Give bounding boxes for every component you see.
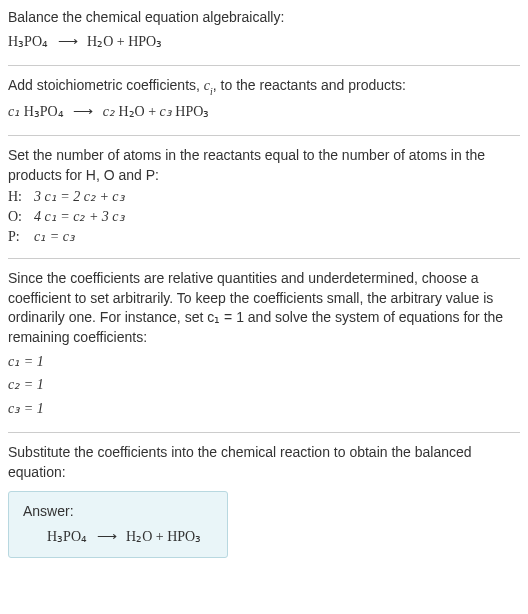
answer-arrow: ⟶ [91, 529, 123, 544]
c3: c₃ [160, 104, 172, 119]
answer-instruction: Substitute the coefficients into the che… [8, 443, 520, 482]
balanced-equation: H₃PO₄ ⟶ H₂O + HPO₃ [23, 527, 213, 547]
balance-p-label: P: [8, 227, 34, 247]
c1: c₁ [8, 104, 20, 119]
coeff-equation: c₁ H₃PO₄ ⟶ c₂ H₂O + c₃ HPO₃ [8, 102, 520, 122]
reaction-rhs: H₂O + HPO₃ [87, 34, 162, 49]
balance-o-eq: 4 c₁ = c₂ + 3 c₃ [34, 207, 131, 227]
coeff-instruction: Add stoichiometric coefficients, ci, to … [8, 76, 520, 98]
reaction-arrow: ⟶ [52, 34, 84, 49]
section-solve: Since the coefficients are relative quan… [8, 259, 520, 433]
solve-c3: c₃ = 1 [8, 399, 520, 419]
balance-row-h: H: 3 c₁ = 2 c₂ + c₃ [8, 187, 131, 207]
answer-label: Answer: [23, 502, 213, 522]
solve-c2: c₂ = 1 [8, 375, 520, 395]
section-add-coefficients: Add stoichiometric coefficients, ci, to … [8, 66, 520, 136]
c2: c₂ [103, 104, 115, 119]
atom-balance-instruction: Set the number of atoms in the reactants… [8, 146, 520, 185]
answer-box: Answer: H₃PO₄ ⟶ H₂O + HPO₃ [8, 491, 228, 558]
answer-lhs: H₃PO₄ [47, 529, 87, 544]
section-problem: Balance the chemical equation algebraica… [8, 8, 520, 66]
answer-rhs: H₂O + HPO₃ [126, 529, 201, 544]
balance-h-label: H: [8, 187, 34, 207]
reaction-lhs: H₃PO₄ [8, 34, 48, 49]
reaction-equation: H₃PO₄ ⟶ H₂O + HPO₃ [8, 32, 520, 52]
balance-o-label: O: [8, 207, 34, 227]
section-answer: Substitute the coefficients into the che… [8, 433, 520, 567]
balance-p-eq: c₁ = c₃ [34, 227, 131, 247]
problem-statement: Balance the chemical equation algebraica… [8, 8, 520, 28]
balance-row-p: P: c₁ = c₃ [8, 227, 131, 247]
balance-row-o: O: 4 c₁ = c₂ + 3 c₃ [8, 207, 131, 227]
section-atom-balance: Set the number of atoms in the reactants… [8, 136, 520, 259]
ci-symbol: ci [204, 78, 213, 93]
solve-c1: c₁ = 1 [8, 352, 520, 372]
atom-balance-table: H: 3 c₁ = 2 c₂ + c₃ O: 4 c₁ = c₂ + 3 c₃ … [8, 187, 131, 246]
solve-instruction: Since the coefficients are relative quan… [8, 269, 520, 347]
balance-h-eq: 3 c₁ = 2 c₂ + c₃ [34, 187, 131, 207]
